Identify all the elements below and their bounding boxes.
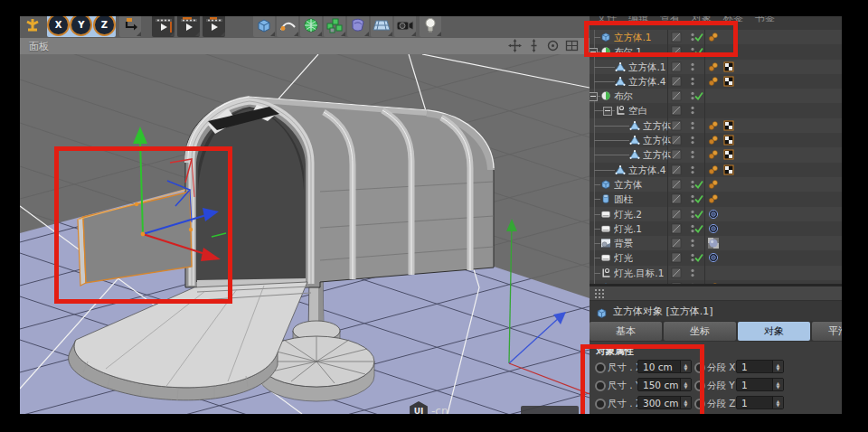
deformer-button[interactable] <box>347 16 369 37</box>
phong-tag-icon[interactable] <box>708 76 719 87</box>
visibility-dots[interactable] <box>687 149 698 160</box>
coordinate-system-button[interactable] <box>119 16 141 37</box>
enabled-check-icon[interactable] <box>693 209 704 220</box>
visibility-dots[interactable] <box>687 61 698 72</box>
toggle-view-icon[interactable] <box>565 39 579 52</box>
object-row[interactable]: 立方体.1 <box>590 60 842 74</box>
visibility-dots[interactable] <box>687 120 698 131</box>
render-view-button[interactable] <box>152 16 175 37</box>
mailbox-body[interactable] <box>185 97 494 287</box>
expander-icon[interactable] <box>603 107 612 116</box>
phong-tag-icon[interactable] <box>708 135 719 146</box>
phong-tag-icon[interactable] <box>708 32 719 42</box>
object-manager-menu-item[interactable]: 文件 <box>597 16 617 24</box>
pan-icon[interactable] <box>508 39 522 52</box>
object-row[interactable]: 灯光 <box>590 250 842 265</box>
expander-icon[interactable] <box>590 48 598 57</box>
object-row[interactable]: 空白 <box>590 103 842 117</box>
layer-toggle[interactable] <box>671 268 682 278</box>
layer-toggle[interactable] <box>671 32 682 42</box>
object-row[interactable]: 灯光.2 <box>590 207 842 221</box>
layer-toggle[interactable] <box>671 209 682 220</box>
expander-icon[interactable] <box>590 92 598 101</box>
texture-tag-icon[interactable] <box>723 76 734 87</box>
object-row[interactable]: 布尔.1 <box>590 44 842 59</box>
segments-y-input[interactable]: 1▲▼ <box>736 378 784 391</box>
attribute-tab-inactive[interactable]: 基本 <box>590 322 662 341</box>
object-row[interactable]: 立方体.1 <box>590 147 842 162</box>
enabled-check-icon[interactable] <box>693 193 704 204</box>
render-settings-button[interactable] <box>203 16 225 37</box>
layer-toggle[interactable] <box>671 179 682 190</box>
visibility-dots[interactable] <box>687 105 698 116</box>
object-row[interactable]: 立方体.3 <box>590 118 842 133</box>
texture-tag-icon[interactable] <box>723 61 734 72</box>
object-manager-menu-item[interactable]: 查看 <box>660 16 680 24</box>
enabled-check-icon[interactable] <box>693 90 704 101</box>
enabled-check-icon[interactable] <box>693 46 704 57</box>
phong-tag-icon[interactable] <box>708 179 719 190</box>
visibility-dots[interactable] <box>687 238 698 249</box>
texture-tag-icon[interactable] <box>723 135 734 146</box>
layer-toggle[interactable] <box>671 238 682 249</box>
visibility-dots[interactable] <box>687 135 698 146</box>
viewport-canvas[interactable] <box>20 54 590 414</box>
spline-pen-button[interactable] <box>277 16 298 37</box>
layer-toggle[interactable] <box>671 135 682 146</box>
phong-tag-icon[interactable] <box>708 149 719 160</box>
object-row[interactable]: 立方体.4 <box>590 74 842 89</box>
phong-tag-icon[interactable] <box>708 193 719 204</box>
keyframe-radio[interactable] <box>595 380 606 391</box>
layer-toggle[interactable] <box>671 223 682 234</box>
zoom-icon[interactable] <box>527 39 541 52</box>
segments-x-input[interactable]: 1▲▼ <box>736 360 784 373</box>
size-z-input[interactable]: 300 cm▲▼ <box>637 396 692 409</box>
scale-tool-button[interactable] <box>22 16 43 37</box>
enabled-check-icon[interactable] <box>693 252 704 263</box>
keyframe-radio[interactable] <box>694 399 705 409</box>
visibility-dots[interactable] <box>687 164 698 175</box>
phong-tag-icon[interactable] <box>708 61 719 72</box>
visibility-dots[interactable] <box>687 76 698 87</box>
layer-toggle[interactable] <box>671 46 682 57</box>
enabled-check-icon[interactable] <box>693 179 704 190</box>
enabled-check-icon[interactable] <box>693 32 704 42</box>
keyframe-radio[interactable] <box>595 399 606 409</box>
object-row[interactable]: 立方体.1 <box>590 30 842 44</box>
layer-toggle[interactable] <box>671 120 682 131</box>
axis-lock-x-button[interactable]: X <box>47 16 70 36</box>
phong-tag-icon[interactable] <box>708 120 719 131</box>
target-tag-icon[interactable] <box>708 252 719 263</box>
array-object-button[interactable] <box>324 16 345 37</box>
light-button[interactable] <box>420 16 441 37</box>
enabled-check-icon[interactable] <box>693 223 704 234</box>
object-row[interactable]: 立方体.2 <box>590 133 842 147</box>
viewport-menu-panel[interactable]: 面板 <box>29 40 49 53</box>
layer-toggle[interactable] <box>671 149 682 160</box>
segments-x-stepper[interactable]: ▲▼ <box>772 361 783 372</box>
segments-y-stepper[interactable]: ▲▼ <box>772 379 783 390</box>
size-y-stepper[interactable]: ▲▼ <box>680 379 691 390</box>
camera-button[interactable] <box>394 16 416 37</box>
object-row[interactable]: 背景 <box>590 236 842 250</box>
layer-toggle[interactable] <box>671 193 682 204</box>
texture-tag-icon[interactable] <box>723 149 734 160</box>
material-tag-icon[interactable] <box>708 238 719 249</box>
keyframe-radio[interactable] <box>694 380 705 391</box>
axis-lock-z-button[interactable]: Z <box>93 16 116 36</box>
size-x-stepper[interactable]: ▲▼ <box>680 361 691 372</box>
floor-environment-button[interactable] <box>371 16 392 37</box>
visibility-dots[interactable] <box>687 268 698 278</box>
attribute-tab-inactive[interactable]: 坐标 <box>664 322 736 341</box>
target-tag-icon[interactable] <box>708 209 719 220</box>
rotate-icon[interactable] <box>546 39 560 52</box>
render-picture-viewer-button[interactable] <box>177 16 200 37</box>
object-manager-menu-item[interactable]: 书签 <box>755 16 775 24</box>
size-z-stepper[interactable]: ▲▼ <box>680 397 691 409</box>
axis-lock-y-button[interactable]: Y <box>70 16 92 36</box>
segments-z-input[interactable]: 1▲▼ <box>736 396 784 409</box>
layer-toggle[interactable] <box>671 76 682 87</box>
subdivision-surface-button[interactable] <box>300 16 322 37</box>
attribute-tab-inactive[interactable]: 平滑着色 <box>812 322 842 341</box>
texture-tag-icon[interactable] <box>723 120 734 131</box>
